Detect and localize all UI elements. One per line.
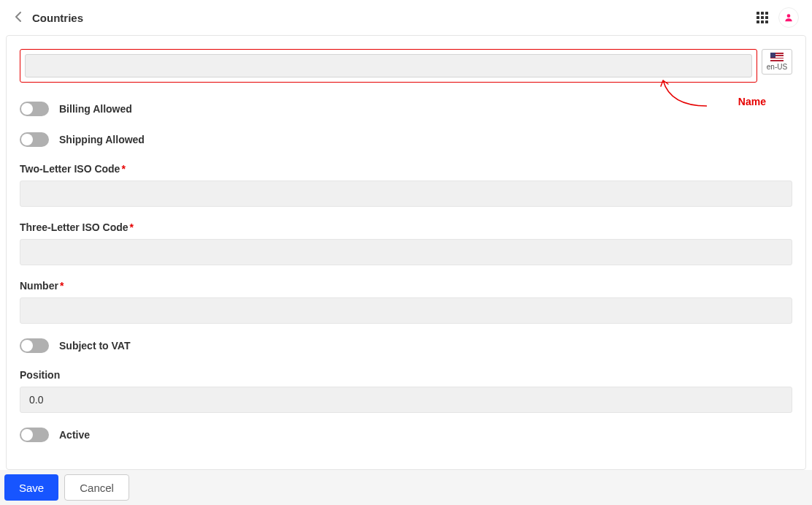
two-letter-iso-field: Two-Letter ISO Code* xyxy=(20,163,792,207)
billing-allowed-label: Billing Allowed xyxy=(59,103,132,115)
three-letter-iso-label: Three-Letter ISO Code* xyxy=(20,221,792,233)
subject-to-vat-label: Subject to VAT xyxy=(59,340,130,352)
back-icon[interactable] xyxy=(15,11,22,24)
header-left: Countries xyxy=(15,11,83,24)
locale-label: en-US xyxy=(767,63,787,71)
active-label: Active xyxy=(59,429,90,441)
subject-to-vat-row: Subject to VAT xyxy=(20,338,792,353)
position-field: Position xyxy=(20,369,792,413)
save-button[interactable]: Save xyxy=(4,474,58,501)
svg-point-0 xyxy=(787,14,791,18)
two-letter-iso-input[interactable] xyxy=(20,181,792,207)
active-toggle[interactable] xyxy=(20,428,49,442)
locale-selector[interactable]: en-US xyxy=(762,49,792,75)
cancel-button[interactable]: Cancel xyxy=(64,474,129,501)
three-letter-iso-input[interactable] xyxy=(20,239,792,265)
flag-us-icon xyxy=(770,53,784,61)
number-input[interactable] xyxy=(20,297,792,324)
header-right xyxy=(757,7,799,28)
apps-icon[interactable] xyxy=(757,12,768,23)
subject-to-vat-toggle[interactable] xyxy=(20,338,49,353)
name-highlight-box xyxy=(20,49,757,83)
number-field: Number* xyxy=(20,280,792,324)
position-label: Position xyxy=(20,369,792,381)
form-container: en-US Name Billing Allowed Shipping Allo… xyxy=(6,35,806,470)
page-header: Countries xyxy=(0,0,812,35)
shipping-allowed-toggle[interactable] xyxy=(20,132,49,147)
page-title: Countries xyxy=(32,12,83,24)
billing-allowed-row: Billing Allowed xyxy=(20,102,792,116)
three-letter-iso-field: Three-Letter ISO Code* xyxy=(20,221,792,265)
shipping-allowed-row: Shipping Allowed xyxy=(20,132,792,147)
active-row: Active xyxy=(20,428,792,442)
shipping-allowed-label: Shipping Allowed xyxy=(59,134,145,145)
action-footer: Save Cancel xyxy=(0,470,812,505)
name-input[interactable] xyxy=(25,54,752,77)
two-letter-iso-label: Two-Letter ISO Code* xyxy=(20,163,792,175)
position-input[interactable] xyxy=(20,387,792,413)
number-label: Number* xyxy=(20,280,792,292)
name-field-row: en-US xyxy=(20,49,792,83)
billing-allowed-toggle[interactable] xyxy=(20,102,49,116)
user-avatar[interactable] xyxy=(778,7,799,28)
